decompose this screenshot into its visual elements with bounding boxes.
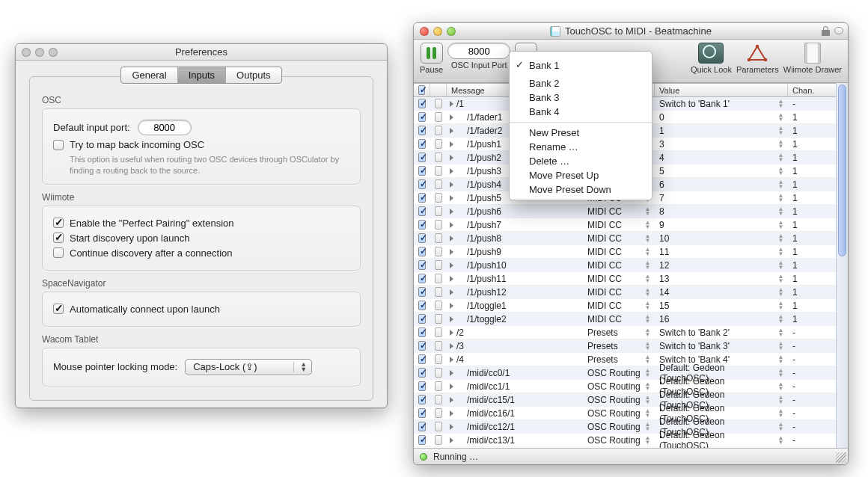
stepper-icon[interactable]: ▲▼: [778, 207, 783, 216]
row-enabled-checkbox[interactable]: [418, 233, 426, 243]
stepper-icon[interactable]: ▲▼: [778, 261, 783, 270]
disclosure-triangle-icon[interactable]: [450, 330, 453, 336]
stepper-icon[interactable]: ▲▼: [645, 396, 650, 404]
row-record-checkbox[interactable]: [435, 274, 442, 283]
row-enabled-checkbox[interactable]: [418, 139, 426, 149]
table-row[interactable]: /2Presets▲▼Switch to 'Bank 2'▲▼-▲▼: [414, 326, 848, 339]
disclosure-triangle-icon[interactable]: [450, 384, 453, 390]
row-enabled-checkbox[interactable]: [418, 166, 426, 176]
vertical-scrollbar[interactable]: [836, 83, 848, 448]
row-enabled-checkbox[interactable]: [418, 314, 426, 324]
stepper-icon[interactable]: ▲▼: [778, 153, 783, 162]
stepper-icon[interactable]: ▲▼: [645, 247, 650, 256]
row-record-checkbox[interactable]: [435, 341, 442, 351]
disclosure-triangle-icon[interactable]: [450, 397, 453, 403]
table-row[interactable]: /1/push12MIDI CC▲▼14▲▼1▲▼: [414, 286, 848, 299]
main-titlebar[interactable]: TouchOSC to MIDI - Beatmachine: [414, 23, 848, 40]
col-value[interactable]: Value: [655, 84, 788, 96]
preset-menu-item[interactable]: Rename …: [510, 140, 652, 154]
stepper-icon[interactable]: ▲▼: [645, 207, 650, 216]
row-record-checkbox[interactable]: [435, 247, 442, 256]
stepper-icon[interactable]: ▲▼: [645, 422, 650, 431]
default-port-field[interactable]: [138, 120, 192, 135]
stepper-icon[interactable]: ▲▼: [645, 301, 650, 310]
row-enabled-checkbox[interactable]: [418, 247, 426, 256]
mapback-checkbox[interactable]: [53, 140, 64, 150]
stepper-icon[interactable]: ▲▼: [778, 342, 783, 351]
row-record-checkbox[interactable]: [435, 139, 442, 149]
tab-inputs[interactable]: Inputs: [178, 67, 226, 83]
preset-menu-item[interactable]: Move Preset Down: [510, 182, 652, 197]
row-record-checkbox[interactable]: [435, 327, 442, 337]
disclosure-triangle-icon[interactable]: [450, 289, 453, 295]
stepper-icon[interactable]: ▲▼: [778, 99, 783, 108]
stepper-icon[interactable]: ▲▼: [778, 126, 783, 135]
disclosure-triangle-icon[interactable]: [450, 437, 453, 443]
row-record-checkbox[interactable]: [435, 220, 442, 230]
row-record-checkbox[interactable]: [435, 126, 442, 135]
row-enabled-checkbox[interactable]: [418, 112, 426, 122]
row-record-checkbox[interactable]: [435, 112, 442, 122]
disclosure-triangle-icon[interactable]: [450, 303, 453, 309]
row-enabled-checkbox[interactable]: [418, 179, 426, 189]
row-enabled-checkbox[interactable]: [418, 274, 426, 283]
preset-menu-item[interactable]: New Preset: [510, 126, 652, 140]
disclosure-triangle-icon[interactable]: [450, 155, 453, 161]
stepper-icon[interactable]: ▲▼: [778, 247, 783, 256]
spacenav-autoconnect-checkbox[interactable]: [53, 304, 64, 314]
row-enabled-checkbox[interactable]: [418, 408, 426, 418]
osc-input-port-field[interactable]: [447, 43, 510, 59]
disclosure-triangle-icon[interactable]: [450, 195, 453, 201]
resize-grip-icon[interactable]: [836, 452, 846, 463]
tab-general[interactable]: General: [121, 67, 177, 83]
main-traffic-lights[interactable]: [420, 27, 456, 36]
stepper-icon[interactable]: ▲▼: [778, 140, 783, 149]
preset-menu-item[interactable]: Delete …: [510, 154, 652, 168]
parameters-icon[interactable]: [745, 43, 770, 64]
disclosure-triangle-icon[interactable]: [450, 424, 453, 430]
row-enabled-checkbox[interactable]: [418, 206, 426, 216]
disclosure-triangle-icon[interactable]: [450, 101, 453, 107]
preset-menu-item[interactable]: Bank 1: [510, 58, 652, 73]
row-enabled-checkbox[interactable]: [418, 435, 426, 445]
disclosure-triangle-icon[interactable]: [450, 276, 453, 282]
disclosure-triangle-icon[interactable]: [450, 370, 453, 376]
disclosure-triangle-icon[interactable]: [450, 236, 453, 241]
tab-outputs[interactable]: Outputs: [226, 67, 281, 83]
row-record-checkbox[interactable]: [435, 153, 442, 162]
row-enabled-checkbox[interactable]: [418, 287, 426, 297]
stepper-icon[interactable]: ▲▼: [778, 180, 783, 189]
disclosure-triangle-icon[interactable]: [450, 128, 453, 134]
row-record-checkbox[interactable]: [435, 206, 442, 216]
disclosure-triangle-icon[interactable]: [450, 114, 453, 120]
stepper-icon[interactable]: ▲▼: [778, 436, 783, 445]
prefs-titlebar[interactable]: Preferences: [16, 44, 387, 61]
table-row[interactable]: /midi/cc13/1OSC Routing▲▼Default: Gedeon…: [414, 434, 848, 447]
toolbar-toggle-icon[interactable]: [834, 27, 843, 34]
disclosure-triangle-icon[interactable]: [450, 182, 453, 188]
stepper-icon[interactable]: ▲▼: [778, 328, 783, 337]
row-record-checkbox[interactable]: [435, 395, 442, 404]
stepper-icon[interactable]: ▲▼: [778, 274, 783, 283]
row-enabled-checkbox[interactable]: [418, 381, 426, 391]
disclosure-triangle-icon[interactable]: [450, 222, 453, 228]
continue-discovery-checkbox[interactable]: [53, 247, 64, 258]
disclosure-triangle-icon[interactable]: [450, 168, 453, 174]
row-enabled-checkbox[interactable]: [418, 153, 426, 162]
disclosure-triangle-icon[interactable]: [450, 343, 453, 349]
stepper-icon[interactable]: ▲▼: [778, 221, 783, 230]
stepper-icon[interactable]: ▲▼: [645, 436, 650, 445]
preset-menu-item[interactable]: Bank 4: [510, 105, 652, 119]
row-enabled-checkbox[interactable]: [418, 354, 426, 364]
preset-menu-item[interactable]: Bank 2: [510, 76, 652, 90]
table-row[interactable]: /1/push9MIDI CC▲▼11▲▼1▲▼: [414, 245, 848, 259]
col-enabled[interactable]: [414, 84, 430, 96]
table-row[interactable]: /3Presets▲▼Switch to 'Bank 3'▲▼-▲▼: [414, 339, 848, 353]
stepper-icon[interactable]: ▲▼: [645, 315, 650, 324]
perfect-pairing-checkbox[interactable]: [53, 218, 64, 228]
row-record-checkbox[interactable]: [435, 287, 442, 297]
col-record[interactable]: [430, 84, 447, 96]
stepper-icon[interactable]: ▲▼: [778, 288, 783, 297]
row-record-checkbox[interactable]: [435, 354, 442, 364]
stepper-icon[interactable]: ▲▼: [778, 234, 783, 243]
